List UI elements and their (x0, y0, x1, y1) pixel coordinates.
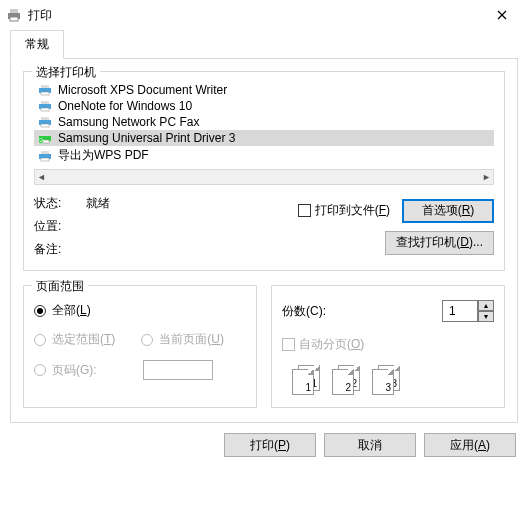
spinner-up-icon[interactable]: ▲ (478, 300, 494, 311)
select-printer-group: 选择打印机 Microsoft XPS Document WriterOneNo… (23, 71, 505, 271)
select-printer-title: 选择打印机 (32, 64, 100, 81)
apply-button[interactable]: 应用(A) (424, 433, 516, 457)
radio-selection-label: 选定范围(T) (52, 331, 115, 348)
radio-icon (34, 305, 46, 317)
comment-label: 备注: (34, 241, 78, 258)
location-label: 位置: (34, 218, 78, 235)
svg-rect-2 (10, 17, 18, 21)
location-value (86, 218, 110, 235)
dialog-footer: 打印(P) 取消 应用(A) (0, 423, 528, 467)
horizontal-scrollbar[interactable]: ◄ ► (34, 169, 494, 185)
printer-item-label: Samsung Universal Print Driver 3 (58, 131, 235, 145)
general-panel: 选择打印机 Microsoft XPS Document WriterOneNo… (10, 59, 518, 423)
scroll-right-icon[interactable]: ► (482, 172, 491, 182)
svg-rect-5 (41, 92, 49, 95)
preferences-button[interactable]: 首选项(R) (402, 199, 494, 223)
printer-icon (38, 100, 52, 112)
titlebar: 打印 (0, 0, 528, 30)
state-value: 就绪 (86, 195, 110, 212)
print-to-file-checkbox[interactable]: 打印到文件(F) (298, 202, 390, 219)
printer-item-label: Microsoft XPS Document Writer (58, 83, 227, 97)
cancel-button[interactable]: 取消 (324, 433, 416, 457)
printer-status-block: 状态: 就绪 位置: 备注: (34, 195, 110, 258)
radio-pages-label: 页码(G): (52, 362, 97, 379)
pages-input (143, 360, 213, 380)
radio-icon (34, 364, 46, 376)
radio-all[interactable]: 全部(L) (34, 302, 246, 319)
checkbox-icon (282, 338, 295, 351)
page-range-title: 页面范围 (32, 278, 88, 295)
printer-item[interactable]: Samsung Network PC Fax (34, 114, 494, 130)
svg-rect-7 (41, 101, 49, 104)
printer-item-label: 导出为WPS PDF (58, 147, 149, 164)
spinner-down-icon[interactable]: ▼ (478, 311, 494, 322)
copies-value[interactable]: 1 (442, 300, 478, 322)
printer-icon (38, 132, 52, 144)
close-button[interactable] (482, 0, 522, 30)
printer-icon (38, 116, 52, 128)
radio-icon (34, 334, 46, 346)
printer-item-label: OneNote for Windows 10 (58, 99, 192, 113)
checkbox-icon (298, 204, 311, 217)
svg-rect-11 (41, 124, 49, 127)
radio-current-label: 当前页面(U) (159, 331, 224, 348)
radio-all-label: 全部(L) (52, 302, 91, 319)
svg-rect-1 (10, 9, 18, 13)
collate-illustration: 11 22 33 (292, 365, 494, 395)
svg-point-15 (39, 139, 44, 144)
find-printer-button[interactable]: 查找打印机(D)... (385, 231, 494, 255)
page-range-group: 页面范围 全部(L) 选定范围(T) 当前页面(U) 页码(G): (23, 285, 257, 408)
svg-rect-8 (41, 108, 49, 111)
printer-icon (38, 84, 52, 96)
printer-item[interactable]: Samsung Universal Print Driver 3 (34, 130, 494, 146)
print-button[interactable]: 打印(P) (224, 433, 316, 457)
svg-rect-10 (41, 117, 49, 120)
radio-icon (141, 334, 153, 346)
copies-label: 份数(C): (282, 303, 326, 320)
radio-current-page: 当前页面(U) (141, 331, 224, 348)
scroll-left-icon[interactable]: ◄ (37, 172, 46, 182)
tab-general[interactable]: 常规 (10, 30, 64, 59)
tab-bar: 常规 (0, 30, 528, 59)
printer-item[interactable]: 导出为WPS PDF (34, 146, 494, 165)
copies-group: 份数(C): 1 ▲ ▼ 自动分页(O) 11 22 33 (271, 285, 505, 408)
svg-rect-17 (41, 151, 49, 154)
comment-value (86, 241, 110, 258)
copies-spinner[interactable]: 1 ▲ ▼ (442, 300, 494, 322)
radio-selection: 选定范围(T) (34, 331, 115, 348)
svg-rect-18 (41, 158, 49, 161)
print-to-file-label: 打印到文件(F) (315, 202, 390, 219)
printer-list[interactable]: Microsoft XPS Document WriterOneNote for… (34, 82, 494, 165)
radio-pages: 页码(G): (34, 360, 246, 380)
window-title: 打印 (28, 7, 482, 24)
state-label: 状态: (34, 195, 78, 212)
printer-icon (38, 150, 52, 162)
svg-rect-4 (41, 85, 49, 88)
printer-item[interactable]: OneNote for Windows 10 (34, 98, 494, 114)
collate-checkbox: 自动分页(O) (282, 336, 494, 353)
collate-label: 自动分页(O) (299, 336, 364, 353)
printer-item-label: Samsung Network PC Fax (58, 115, 199, 129)
svg-rect-13 (41, 133, 49, 136)
printer-item[interactable]: Microsoft XPS Document Writer (34, 82, 494, 98)
printer-icon (6, 7, 22, 23)
